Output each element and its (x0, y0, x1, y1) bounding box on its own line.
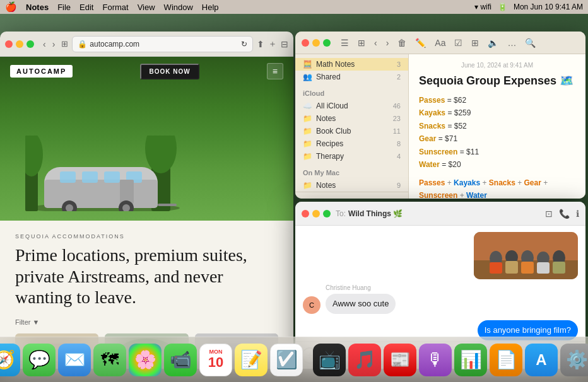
apple-menu[interactable]: 🍎 (5, 1, 17, 13)
menu-format[interactable]: Format (102, 3, 128, 12)
new-folder-button[interactable]: ＋ New Folder (295, 192, 408, 199)
dock-appletv[interactable]: 📺 (313, 344, 346, 376)
water-value: = $20 (442, 160, 461, 169)
facetime-video-icon[interactable]: ⊡ (545, 209, 553, 219)
dock: 🙂 🚀 🧭 💬 ✉️ 🗺 🌸 📹 MON 10 📝 ☑️ 📺 🎵 (0, 337, 588, 382)
mac-notes-folder[interactable]: 📁 Notes 9 (295, 179, 408, 192)
back-button[interactable]: ‹ (40, 38, 49, 50)
back-nav-icon[interactable]: ‹ (374, 38, 377, 48)
audio-icon[interactable]: 🔈 (488, 38, 498, 48)
notes-close-button[interactable] (302, 39, 309, 47)
add-bookmark-button[interactable]: ＋ (268, 38, 277, 50)
grid-view-icon[interactable]: ⊞ (358, 38, 365, 48)
book-club-folder[interactable]: 📁 Book Club 11 (295, 125, 408, 137)
dock-calendar[interactable]: MON 10 (199, 344, 232, 376)
dock-syspreferences[interactable]: ⚙️ (560, 344, 588, 376)
recipes-folder[interactable]: 📁 Recipes 8 (295, 137, 408, 150)
dock-messages[interactable]: 💬 (23, 344, 56, 376)
dock-numbers[interactable]: 📊 (454, 344, 487, 376)
svg-rect-8 (82, 171, 98, 183)
checklist-icon[interactable]: ☑ (454, 38, 462, 48)
maximize-button[interactable] (26, 40, 34, 48)
smart-folder-math-notes[interactable]: 🧮 Math Notes 3 (295, 58, 408, 71)
minimize-button[interactable] (16, 40, 23, 48)
note-title[interactable]: Sequoia Group Expenses 🗺️ (419, 74, 575, 88)
share-button[interactable]: ⬆ (257, 39, 264, 49)
people-silhouette (474, 232, 578, 279)
details-icon[interactable]: ℹ (576, 209, 579, 219)
dock-news[interactable]: 📰 (384, 344, 416, 376)
christine-bubble: Awww soo cute (326, 294, 396, 314)
hamburger-menu[interactable]: ≡ (267, 63, 283, 79)
dock-safari[interactable]: 🧭 (0, 344, 20, 376)
dock-music[interactable]: 🎵 (348, 344, 381, 376)
math-notes-label: Math Notes (316, 60, 355, 69)
svg-rect-37 (553, 262, 565, 274)
podcasts-icon: 🎙 (426, 349, 444, 370)
menu-file[interactable]: File (57, 3, 71, 12)
dock-appstore[interactable]: A (525, 344, 558, 376)
battery-icon: 🔋 (498, 3, 507, 11)
all-icloud-count: 46 (393, 102, 401, 110)
menu-window[interactable]: Window (164, 3, 193, 12)
wifi-icon[interactable]: ▾ wifi (474, 3, 491, 11)
search-icon[interactable]: 🔍 (525, 38, 536, 48)
messages-titlebar: To: Wild Things 🌿 ⊡ 📞 ℹ (295, 202, 585, 226)
reload-icon[interactable]: ↻ (241, 40, 247, 49)
safari-toolbar-right: ⬆ ＋ ⊟ (257, 38, 288, 50)
dock-reminders[interactable]: ☑️ (270, 344, 303, 376)
autocamp-logo: AUTOCAMP (10, 65, 73, 78)
menu-app[interactable]: Notes (26, 3, 49, 12)
message-row-christine: C Christine Huang Awww soo cute (303, 284, 578, 314)
recipient-name: Wild Things 🌿 (348, 209, 403, 218)
dock-photos[interactable]: 🌸 (129, 344, 162, 376)
close-button[interactable] (5, 40, 13, 48)
more-options-icon[interactable]: … (507, 38, 516, 48)
forward-button[interactable]: › (50, 38, 58, 50)
all-icloud-folder[interactable]: ☁️ All iCloud 46 (295, 100, 408, 112)
water-label: Water (419, 160, 440, 169)
svg-rect-35 (537, 262, 550, 274)
dock-mail[interactable]: ✉️ (58, 344, 91, 376)
sidebar-toggle-icon[interactable]: ☰ (341, 38, 349, 48)
messages-maximize-button[interactable] (323, 210, 331, 217)
notes-folder[interactable]: 📁 Notes 23 (295, 112, 408, 125)
mac-notes-icon: 📁 (303, 181, 312, 190)
new-tab-button[interactable]: ⊞ (61, 39, 68, 49)
dock-notes[interactable]: 📝 (235, 344, 268, 376)
sidebar-toggle[interactable]: ⊟ (281, 39, 288, 49)
dock-maps[interactable]: 🗺 (93, 344, 126, 376)
messages-close-button[interactable] (302, 210, 309, 217)
notes-maximize-button[interactable] (323, 39, 331, 47)
book-now-button[interactable]: BOOK NOW (140, 64, 199, 79)
dock-pages[interactable]: 📄 (490, 344, 522, 376)
text-format-icon[interactable]: Aa (435, 38, 445, 48)
forward-nav-icon[interactable]: › (386, 38, 389, 48)
therapy-folder[interactable]: 📁 Therapy 4 (295, 150, 408, 163)
menu-view[interactable]: View (138, 3, 155, 12)
filter-bar[interactable]: Filter ▼ (15, 318, 278, 326)
svg-point-4 (25, 136, 43, 177)
delete-note-icon[interactable]: 🗑 (397, 38, 406, 48)
menu-bar-right: ▾ wifi 🔋 Mon Jun 10 9:41 AM (474, 3, 583, 11)
music-icon: 🎵 (354, 349, 376, 370)
new-note-icon[interactable]: ✏️ (415, 38, 426, 48)
dock-podcasts[interactable]: 🎙 (419, 344, 452, 376)
numbers-icon: 📊 (460, 349, 482, 370)
shared-folder[interactable]: 👥 Shared 2 (295, 71, 408, 83)
christine-sender-name: Christine Huang (326, 284, 396, 291)
notes-content-area: 🧮 Math Notes 3 👥 Shared 2 iCloud ☁️ All … (295, 54, 585, 199)
address-bar[interactable]: 🔒 autocamp.com ↻ (72, 36, 253, 52)
menu-edit[interactable]: Edit (79, 3, 93, 12)
menu-help[interactable]: Help (202, 3, 219, 12)
messages-minimize-button[interactable] (312, 210, 320, 217)
airstream-illustration (25, 136, 183, 211)
facetime-audio-icon[interactable]: 📞 (559, 209, 570, 219)
gear-value: = $71 (438, 134, 457, 143)
table-icon[interactable]: ⊞ (471, 38, 479, 48)
svg-rect-7 (60, 171, 76, 183)
filter-label[interactable]: Filter ▼ (15, 318, 39, 326)
notes-minimize-button[interactable] (312, 39, 320, 47)
math-notes-icon: 🧮 (303, 60, 312, 69)
dock-facetime[interactable]: 📹 (164, 344, 197, 376)
